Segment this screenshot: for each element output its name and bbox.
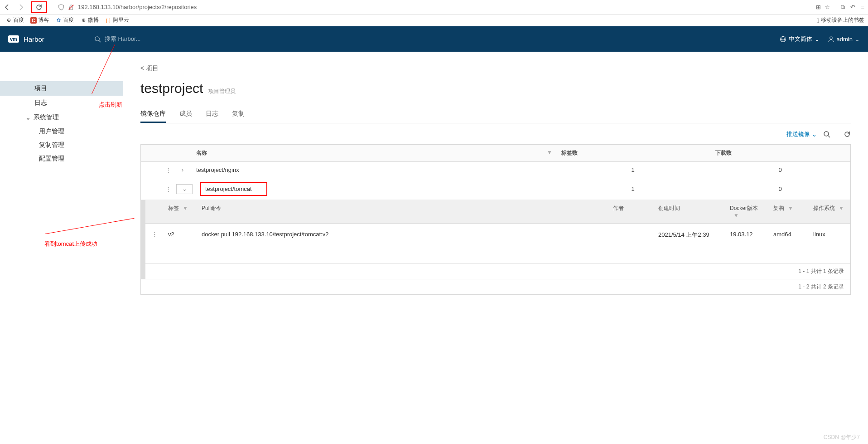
author-value: [608, 229, 654, 233]
col-author[interactable]: 作者: [608, 200, 654, 223]
col-docker[interactable]: Docker版本▼: [725, 200, 769, 223]
svg-point-8: [824, 132, 829, 136]
bookmark-aliyun[interactable]: [-]阿里云: [103, 15, 131, 25]
app-logo[interactable]: vm Harbor: [8, 35, 94, 43]
filter-icon: ▼: [788, 205, 793, 211]
chevron-right-icon[interactable]: ›: [174, 163, 191, 177]
role-badge: 项目管理员: [208, 88, 236, 95]
lock-slash-icon[interactable]: [68, 4, 74, 11]
page-title: testproject 项目管理员: [140, 81, 851, 96]
tags-subtable: 标签▼ Pull命令 作者 创建时间 Docker版本▼ 架构▼ 操作系统▼ ⋮…: [141, 200, 850, 279]
tab-replication[interactable]: 复制: [232, 106, 245, 123]
chevron-down-icon: ⌄: [812, 131, 817, 138]
svg-point-7: [829, 36, 832, 39]
table-row: ⋮ › testproject/nginx 1 0: [141, 162, 850, 178]
bookmark-baidu-1[interactable]: ⊕百度: [4, 15, 26, 25]
annotation-refresh: 点击刷新: [99, 101, 122, 109]
col-tags[interactable]: 标签数: [556, 145, 710, 161]
sidebar-item-projects[interactable]: 项目: [0, 81, 123, 96]
browser-nav-bar: 192.168.133.10/harbor/projects/2/reposit…: [0, 0, 868, 15]
repo-name[interactable]: testproject/nginx: [191, 163, 556, 177]
push-image-button[interactable]: 推送镜像 ⌄: [786, 130, 817, 138]
more-icon[interactable]: ⋮: [160, 163, 174, 177]
tab-repositories[interactable]: 镜像仓库: [140, 106, 166, 123]
bookmark-blog[interactable]: C博客: [29, 15, 51, 25]
table-header: 名称▼ 标签数 下载数: [141, 145, 850, 162]
arch-value: amd64: [769, 229, 809, 239]
forward-icon[interactable]: [17, 3, 24, 11]
svg-line-3: [99, 40, 101, 42]
tab-members[interactable]: 成员: [179, 106, 192, 123]
crop-icon[interactable]: ⧉: [841, 4, 845, 11]
main-content: 点击刷新 看到tomcat上传成功 < 项目 testproject 项目管理员…: [123, 52, 868, 444]
os-value: linux: [809, 229, 850, 239]
filter-icon: ▼: [183, 205, 188, 211]
bookmark-weibo[interactable]: ⊕微博: [78, 15, 101, 25]
brand-name: Harbor: [24, 35, 44, 43]
bookmarks-bar: ⊕百度 C博客 ✿百度 ⊕微博 [-]阿里云 ▯移动设备上的书签: [0, 15, 868, 26]
user-icon: [828, 36, 834, 43]
refresh-icon[interactable]: [844, 131, 851, 138]
svg-line-9: [828, 136, 830, 137]
more-icon[interactable]: ⋮: [160, 182, 174, 196]
pull-command[interactable]: docker pull 192.168.133.10/testproject/t…: [197, 229, 608, 239]
refresh-icon[interactable]: [31, 1, 47, 13]
sidebar-group-admin[interactable]: ⌄ 系统管理: [0, 110, 123, 125]
chevron-down-icon: ⌄: [855, 36, 860, 43]
col-created[interactable]: 创建时间: [654, 200, 725, 223]
col-arch[interactable]: 架构▼: [769, 200, 809, 223]
app-header: vm Harbor 搜索 Harbor... 中文简体 ⌄ admin ⌄: [0, 26, 868, 52]
table-footer: 1 - 2 共计 2 条记录: [141, 279, 850, 294]
shield-icon[interactable]: [58, 4, 64, 11]
back-icon[interactable]: [4, 3, 11, 11]
globe-icon: [780, 36, 786, 43]
col-name[interactable]: 名称▼: [191, 145, 556, 161]
tab-logs[interactable]: 日志: [206, 106, 218, 123]
col-expand: [174, 145, 191, 161]
search-icon[interactable]: [823, 131, 830, 138]
search-input[interactable]: 搜索 Harbor...: [94, 35, 780, 43]
col-tag[interactable]: 标签▼: [164, 200, 197, 223]
repo-downloads: 0: [710, 182, 850, 196]
back-link[interactable]: < 项目: [140, 64, 851, 73]
star-icon[interactable]: ☆: [825, 4, 830, 10]
sidebar-item-replication[interactable]: 复制管理: [0, 138, 123, 152]
toolbar: 推送镜像 ⌄: [140, 130, 851, 139]
svg-point-2: [95, 36, 99, 40]
sidebar-item-users[interactable]: 用户管理: [0, 125, 123, 138]
subtable-header: 标签▼ Pull命令 作者 创建时间 Docker版本▼ 架构▼ 操作系统▼: [145, 200, 850, 224]
undo-icon[interactable]: ↶: [850, 4, 855, 11]
qr-icon[interactable]: ⊞: [816, 4, 821, 10]
chevron-down-icon[interactable]: ⌄: [176, 184, 193, 194]
search-icon: [94, 36, 101, 43]
filter-icon: ▼: [733, 212, 739, 219]
docker-value: 19.03.12: [725, 229, 769, 239]
menu-icon[interactable]: ≡: [861, 4, 864, 11]
mobile-bookmarks[interactable]: ▯移动设备上的书签: [816, 16, 864, 24]
more-icon[interactable]: ⋮: [145, 229, 164, 239]
col-more: [160, 145, 174, 161]
col-check: [141, 145, 160, 161]
chevron-down-icon: ⌄: [815, 36, 820, 43]
repo-tags: 1: [556, 182, 710, 196]
repo-name[interactable]: testproject/tomcat: [194, 178, 556, 200]
col-pull[interactable]: Pull命令: [197, 200, 608, 223]
subtable-row: ⋮ v2 docker pull 192.168.133.10/testproj…: [145, 224, 850, 263]
bookmark-baidu-2[interactable]: ✿百度: [53, 15, 76, 25]
created-value: 2021/5/14 上午2:39: [654, 229, 725, 241]
language-selector[interactable]: 中文简体 ⌄: [780, 35, 820, 43]
sidebar-item-config[interactable]: 配置管理: [0, 152, 123, 166]
col-os[interactable]: 操作系统▼: [809, 200, 850, 223]
repo-tags: 1: [556, 163, 710, 177]
repositories-table: 名称▼ 标签数 下载数 ⋮ › testproject/nginx 1 0 ⋮ …: [140, 144, 851, 295]
filter-icon: ▼: [839, 205, 844, 211]
subtable-footer: 1 - 1 共计 1 条记录: [145, 263, 850, 279]
col-downloads[interactable]: 下载数: [710, 145, 850, 161]
tag-value[interactable]: v2: [164, 229, 197, 239]
url-text[interactable]: 192.168.133.10/harbor/projects/2/reposit…: [78, 4, 812, 10]
user-menu[interactable]: admin ⌄: [828, 36, 860, 43]
annotation-success: 看到tomcat上传成功: [44, 240, 97, 248]
separator: [837, 130, 837, 139]
repo-downloads: 0: [710, 163, 850, 177]
table-row: ⋮ ⌄ testproject/tomcat 1 0: [141, 178, 850, 200]
